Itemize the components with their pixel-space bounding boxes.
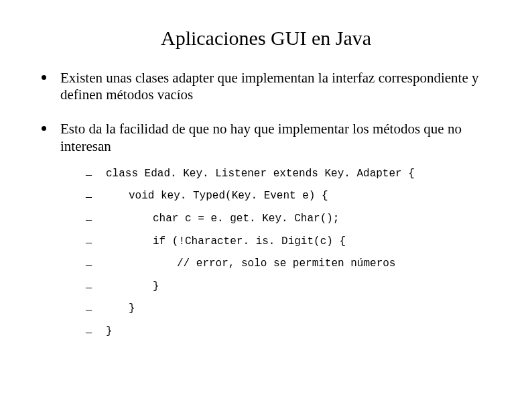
dash-icon: – — [86, 303, 92, 317]
code-text: if (!Character. is. Digit(c) { — [106, 236, 346, 248]
code-line: – char c = e. get. Key. Char(); — [60, 213, 505, 225]
code-text: } — [106, 281, 159, 293]
dash-icon: – — [86, 326, 92, 339]
slide-title: Aplicaciones GUI en Java — [27, 27, 505, 50]
code-line: – // error, solo se permiten números — [60, 258, 505, 270]
code-text: } — [106, 325, 113, 337]
bullet-icon — [42, 75, 46, 80]
code-block: – class Edad. Key. Listener extends Key.… — [60, 168, 505, 338]
bullet-icon — [42, 126, 46, 131]
code-text: char c = e. get. Key. Char(); — [106, 213, 339, 225]
dash-icon: – — [86, 258, 92, 272]
code-text: class Edad. Key. Listener extends Key. A… — [106, 168, 415, 180]
bullet-text: Esto da la facilidad de que no hay que i… — [60, 121, 462, 154]
slide: Aplicaciones GUI en Java Existen unas cl… — [0, 0, 532, 399]
code-line: – } — [60, 281, 505, 293]
dash-icon: – — [86, 281, 92, 294]
code-text: void key. Typed(Key. Event e) { — [106, 190, 328, 203]
code-text: // error, solo se permiten números — [106, 258, 395, 270]
list-item: Esto da la facilidad de que no hay que i… — [27, 121, 505, 337]
code-text: } — [106, 303, 135, 315]
bullet-text: Existen unas clases adapter que implemen… — [60, 70, 479, 103]
bullet-list: Existen unas clases adapter que implemen… — [27, 70, 505, 338]
dash-icon: – — [86, 236, 92, 249]
list-item: Existen unas clases adapter que implemen… — [27, 70, 505, 103]
code-line: – } — [60, 326, 505, 338]
dash-icon: – — [86, 190, 92, 204]
code-line: – } — [60, 303, 505, 315]
code-line: – class Edad. Key. Listener extends Key.… — [60, 168, 505, 180]
dash-icon: – — [86, 168, 92, 182]
dash-icon: – — [86, 213, 92, 227]
code-line: – if (!Character. is. Digit(c) { — [60, 236, 505, 248]
code-line: – void key. Typed(Key. Event e) { — [60, 190, 505, 203]
